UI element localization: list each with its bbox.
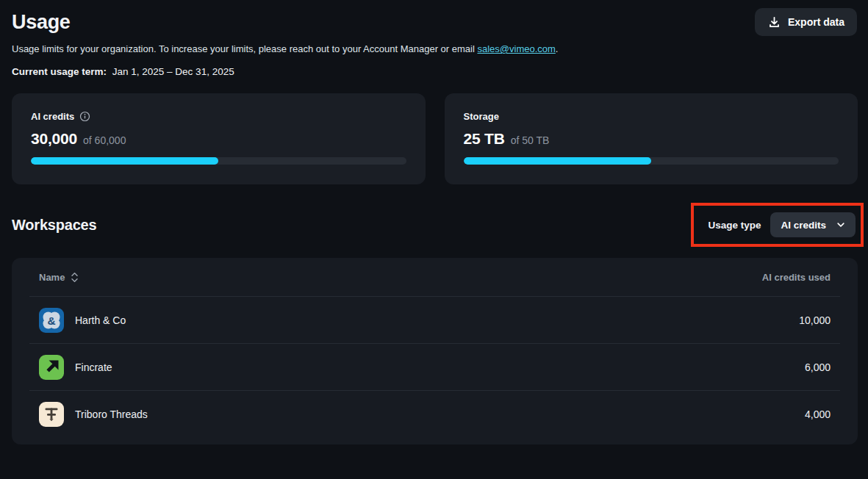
export-data-button[interactable]: Export data: [755, 8, 857, 36]
workspace-name: Triboro Threads: [75, 408, 148, 420]
sales-email-link[interactable]: sales@vimeo.com: [477, 43, 555, 54]
ai-credits-used: 30,000: [31, 130, 77, 148]
storage-used: 25 TB: [464, 130, 505, 148]
storage-limit: of 50 TB: [511, 134, 550, 146]
page-title: Usage: [12, 9, 858, 35]
workspace-row-triboro-threads[interactable]: Triboro Threads 4,000: [12, 391, 858, 437]
workspace-avatar-arrow-up-right-icon: [39, 355, 64, 380]
usage-page: Usage Export data Usage limits for your …: [0, 0, 868, 479]
svg-text:&: &: [47, 314, 55, 326]
usage-cards: AI credits 30,000 of 60,000 Storage: [12, 93, 858, 184]
annotation-highlight-box: Usage type AI credits: [691, 203, 864, 247]
usage-description: Usage limits for your organization. To i…: [12, 43, 858, 55]
workspace-avatar-ampersand-clover-icon: &: [39, 308, 64, 333]
value-column-header: AI credits used: [762, 272, 831, 283]
workspace-row-fincrate[interactable]: Fincrate 6,000: [12, 344, 858, 390]
ai-credits-progress-fill: [31, 157, 218, 165]
workspace-credits-used: 6,000: [805, 361, 831, 373]
workspace-credits-used: 10,000: [799, 314, 831, 326]
workspace-name: Harth & Co: [75, 314, 126, 326]
ai-credits-progress-track: [31, 157, 406, 165]
ai-credits-limit: of 60,000: [83, 134, 126, 146]
chevron-down-icon: [836, 220, 845, 229]
sort-icon: [71, 272, 79, 283]
storage-card-label: Storage: [464, 111, 499, 122]
workspace-avatar-double-bar-t-icon: [39, 402, 64, 427]
table-header-row: Name AI credits used: [12, 258, 858, 296]
storage-card: Storage 25 TB of 50 TB: [445, 93, 858, 184]
usage-term-label: Current usage term:: [12, 66, 107, 77]
storage-progress-fill: [464, 157, 651, 165]
workspaces-heading: Workspaces: [12, 217, 96, 234]
usage-type-selected-value: AI credits: [781, 220, 826, 231]
name-column-header[interactable]: Name: [39, 272, 79, 283]
workspace-name: Fincrate: [75, 361, 112, 373]
workspaces-header-row: Workspaces Usage type AI credits: [12, 203, 858, 247]
workspace-credits-used: 4,000: [805, 408, 831, 420]
usage-type-dropdown[interactable]: AI credits: [770, 212, 856, 237]
export-data-label: Export data: [788, 16, 844, 28]
storage-progress-track: [464, 157, 839, 165]
workspaces-table: Name AI credits used: [12, 258, 858, 444]
usage-term: Current usage term: Jan 1, 2025 – Dec 31…: [12, 66, 858, 77]
ai-credits-card-label: AI credits: [31, 111, 74, 122]
info-icon[interactable]: [79, 111, 90, 122]
download-icon: [767, 15, 781, 29]
workspace-row-harth-and-co[interactable]: & Harth & Co 10,000: [12, 297, 858, 343]
usage-type-label: Usage type: [708, 220, 761, 231]
usage-term-value: Jan 1, 2025 – Dec 31, 2025: [112, 66, 234, 77]
ai-credits-card: AI credits 30,000 of 60,000: [12, 93, 426, 184]
